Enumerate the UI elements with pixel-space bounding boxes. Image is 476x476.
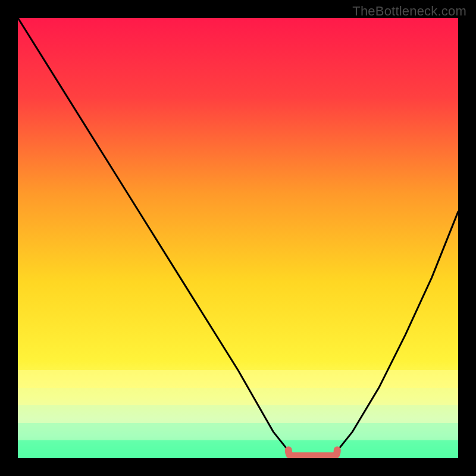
plot-area — [18, 18, 458, 458]
watermark-text: TheBottleneck.com — [352, 4, 466, 19]
marker-layer — [18, 18, 458, 458]
chart-frame: TheBottleneck.com — [0, 0, 476, 476]
optimal-range-end-left — [289, 450, 291, 456]
optimal-range-end-right — [335, 450, 337, 456]
